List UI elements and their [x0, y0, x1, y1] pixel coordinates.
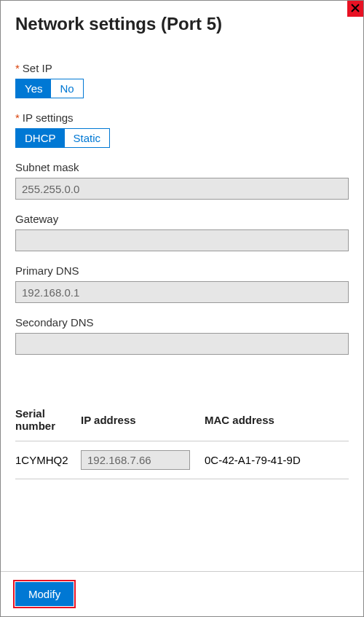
set-ip-yes-button[interactable]: Yes: [16, 79, 51, 98]
set-ip-label: *Set IP: [15, 62, 349, 74]
required-marker: *: [15, 111, 20, 124]
primary-dns-field: Primary DNS: [15, 264, 349, 303]
set-ip-toggle: Yes No: [15, 79, 84, 98]
network-settings-panel: Network settings (Port 5) *Set IP Yes No…: [0, 0, 364, 617]
primary-dns-input[interactable]: [15, 281, 349, 303]
header-mac: MAC address: [205, 414, 349, 426]
gateway-field: Gateway: [15, 213, 349, 251]
close-button[interactable]: [347, 1, 363, 17]
table-header-row: Serial number IP address MAC address: [15, 398, 349, 441]
ip-settings-toggle: DHCP Static: [15, 128, 110, 148]
subnet-mask-label: Subnet mask: [15, 161, 349, 173]
cell-serial: 1CYMHQ2: [15, 454, 81, 466]
cell-ip: [81, 450, 205, 470]
secondary-dns-field: Secondary DNS: [15, 316, 349, 355]
gateway-input[interactable]: [15, 229, 349, 251]
secondary-dns-input[interactable]: [15, 333, 349, 355]
page-title: Network settings (Port 5): [15, 14, 349, 34]
header-serial: Serial number: [15, 407, 81, 432]
ip-settings-field: *IP settings DHCP Static: [15, 111, 349, 148]
required-marker: *: [15, 62, 20, 74]
secondary-dns-label: Secondary DNS: [15, 316, 349, 329]
cell-mac: 0C-42-A1-79-41-9D: [205, 454, 349, 466]
ip-settings-label: *IP settings: [15, 111, 349, 124]
modify-button[interactable]: Modify: [15, 582, 74, 606]
table-row: 1CYMHQ2 0C-42-A1-79-41-9D: [15, 441, 349, 479]
gateway-label: Gateway: [15, 213, 349, 225]
close-icon: [351, 3, 360, 15]
set-ip-no-button[interactable]: No: [51, 79, 82, 98]
set-ip-field: *Set IP Yes No: [15, 62, 349, 98]
row-ip-input[interactable]: [81, 450, 190, 470]
interfaces-table: Serial number IP address MAC address 1CY…: [15, 398, 349, 479]
subnet-mask-input[interactable]: [15, 178, 349, 200]
subnet-mask-field: Subnet mask: [15, 161, 349, 200]
footer: Modify: [1, 571, 363, 616]
ip-settings-dhcp-button[interactable]: DHCP: [16, 129, 65, 147]
header-ip: IP address: [81, 414, 205, 426]
primary-dns-label: Primary DNS: [15, 264, 349, 277]
ip-settings-static-button[interactable]: Static: [65, 129, 110, 147]
